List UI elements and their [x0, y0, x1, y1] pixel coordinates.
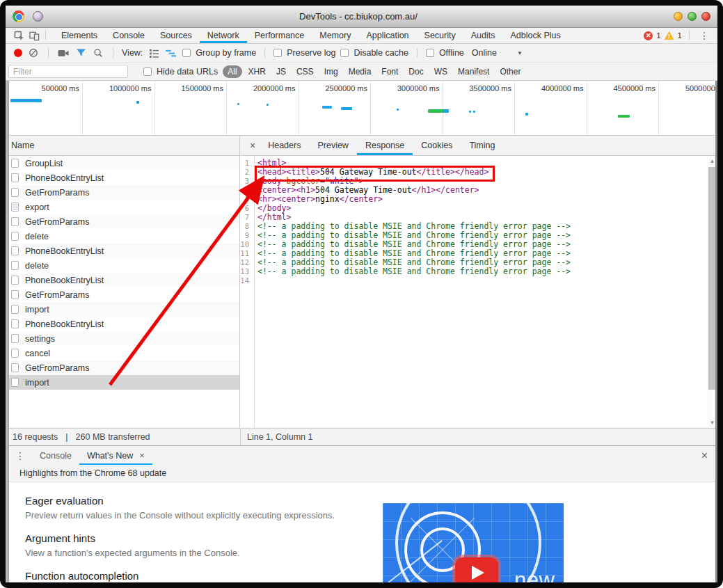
tab-audits[interactable]: Audits: [463, 28, 503, 43]
timeline-request-bar: [525, 113, 528, 116]
table-row-phonebookentrylist[interactable]: PhoneBookEntryList: [6, 244, 239, 258]
error-icon[interactable]: ✕: [644, 31, 653, 40]
tab-console[interactable]: Console: [105, 28, 152, 43]
inspect-element-icon[interactable]: [11, 29, 26, 42]
table-row-phonebookentrylist[interactable]: PhoneBookEntryList: [6, 273, 239, 287]
tab-application[interactable]: Application: [358, 28, 416, 43]
tab-performance[interactable]: Performance: [247, 28, 312, 43]
whats-new-video-thumbnail[interactable]: new: [383, 503, 564, 582]
filter-type-doc[interactable]: Doc: [404, 65, 427, 78]
timeline-request-bar: [136, 101, 139, 104]
table-row-delete[interactable]: delete: [6, 258, 239, 273]
filter-type-media[interactable]: Media: [344, 65, 376, 78]
preserve-log-checkbox[interactable]: [273, 49, 282, 57]
request-name: PhoneBookEntryList: [25, 173, 104, 183]
hide-data-urls-label[interactable]: Hide data URLs: [157, 67, 218, 77]
throttling-select[interactable]: Online: [472, 48, 497, 58]
file-icon: [11, 188, 19, 197]
transferred-size: 260 MB transferred: [76, 432, 150, 442]
name-column-header[interactable]: Name: [6, 136, 239, 156]
disable-cache-checkbox[interactable]: [340, 49, 349, 57]
close-window-button[interactable]: [701, 12, 710, 21]
table-row-cancel[interactable]: cancel: [6, 346, 239, 360]
filter-icon[interactable]: [74, 47, 87, 58]
table-row-delete[interactable]: delete: [6, 229, 239, 244]
offline-checkbox[interactable]: [426, 49, 434, 57]
view-waterfall-icon[interactable]: [165, 47, 177, 58]
filter-type-other[interactable]: Other: [495, 65, 525, 78]
network-overview-timeline[interactable]: 500000 ms1000000 ms1500000 ms2000000 ms2…: [6, 81, 717, 136]
view-list-icon[interactable]: [148, 47, 160, 58]
response-body-viewer[interactable]: 1<html>2<head><title>504 Gateway Time-ou…: [240, 156, 717, 428]
tab-network[interactable]: Network: [200, 28, 247, 43]
table-row-settings[interactable]: settings: [6, 331, 239, 346]
tab-cookies[interactable]: Cookies: [413, 136, 461, 155]
youtube-play-icon[interactable]: [455, 557, 498, 582]
filter-type-img[interactable]: Img: [320, 65, 342, 78]
drawer-tab-bar: ⋮ ConsoleWhat's New× ×: [6, 445, 717, 465]
request-name: GroupList: [25, 159, 63, 168]
screenshot-icon[interactable]: [57, 47, 70, 58]
tab-preview[interactable]: Preview: [309, 136, 356, 155]
clear-icon[interactable]: [27, 47, 40, 58]
filter-type-all[interactable]: All: [223, 65, 241, 78]
filter-type-manifest[interactable]: Manifest: [454, 65, 493, 78]
tab-response[interactable]: Response: [357, 136, 413, 155]
group-by-frame-checkbox[interactable]: [182, 49, 191, 57]
disable-cache-label[interactable]: Disable cache: [353, 48, 408, 58]
tab-security[interactable]: Security: [417, 28, 463, 43]
table-row-getfromparams[interactable]: GetFromParams: [6, 185, 239, 200]
tab-elements[interactable]: Elements: [54, 28, 105, 43]
window-title: DevTools - cc.biukop.com.au/: [43, 11, 674, 22]
maximize-button[interactable]: [688, 12, 697, 21]
drawer-menu-icon[interactable]: ⋮: [13, 450, 28, 461]
drawer-tab-what-s-new[interactable]: What's New×: [79, 446, 152, 465]
file-icon: [11, 246, 19, 255]
network-toolbar: View: Group by frame Preserve log Disabl…: [6, 44, 717, 63]
tab-sources[interactable]: Sources: [152, 28, 200, 43]
chevron-down-icon[interactable]: ▼: [517, 50, 523, 56]
filter-type-ws[interactable]: WS: [430, 65, 452, 78]
record-button[interactable]: [14, 49, 22, 57]
filter-type-css[interactable]: CSS: [292, 65, 318, 78]
hide-data-urls-checkbox[interactable]: [143, 67, 152, 76]
filter-input[interactable]: [8, 65, 128, 78]
table-row-export[interactable]: export: [6, 200, 239, 214]
table-row-import[interactable]: import: [6, 302, 239, 317]
table-row-phonebookentrylist[interactable]: PhoneBookEntryList: [6, 170, 239, 185]
devtools-menu-icon[interactable]: ⋮: [697, 30, 712, 41]
warning-icon[interactable]: !: [665, 31, 674, 40]
group-by-frame-label[interactable]: Group by frame: [196, 48, 256, 58]
table-row-import[interactable]: import: [6, 375, 239, 390]
table-row-getfromparams[interactable]: GetFromParams: [6, 214, 239, 229]
tab-adblock-plus[interactable]: Adblock Plus: [502, 28, 568, 43]
search-icon[interactable]: [92, 47, 104, 58]
whats-new-section: Function autocompletionView available pr…: [25, 570, 373, 582]
filter-type-js[interactable]: JS: [272, 65, 290, 78]
request-name: delete: [25, 261, 49, 271]
minimize-button[interactable]: [674, 12, 683, 21]
scrollbar-thumb[interactable]: [708, 167, 715, 390]
filter-type-xhr[interactable]: XHR: [244, 65, 270, 78]
request-name: PhoneBookEntryList: [25, 319, 104, 329]
title-bar[interactable]: DevTools - cc.biukop.com.au/: [6, 6, 717, 28]
tab-memory[interactable]: Memory: [312, 28, 358, 43]
table-row-getfromparams[interactable]: GetFromParams: [6, 360, 239, 375]
code-text: [252, 276, 257, 285]
drawer-tab-console[interactable]: Console: [32, 446, 79, 465]
tab-timing[interactable]: Timing: [461, 136, 503, 155]
chrome-logo-icon: [13, 10, 24, 22]
close-tab-icon[interactable]: ×: [139, 450, 145, 461]
table-row-phonebookentrylist[interactable]: PhoneBookEntryList: [6, 317, 239, 331]
offline-label[interactable]: Offline: [439, 48, 464, 58]
tab-headers[interactable]: Headers: [260, 136, 309, 155]
video-new-label: new: [514, 568, 555, 582]
file-icon: [11, 159, 19, 168]
preserve-log-label[interactable]: Preserve log: [287, 48, 335, 58]
table-row-getfromparams[interactable]: GetFromParams: [6, 287, 239, 302]
filter-type-font[interactable]: Font: [377, 65, 402, 78]
close-detail-icon[interactable]: ×: [246, 140, 260, 151]
view-label: View:: [122, 48, 143, 58]
table-row-grouplist[interactable]: GroupList: [6, 156, 239, 170]
device-toolbar-icon[interactable]: [26, 29, 42, 42]
